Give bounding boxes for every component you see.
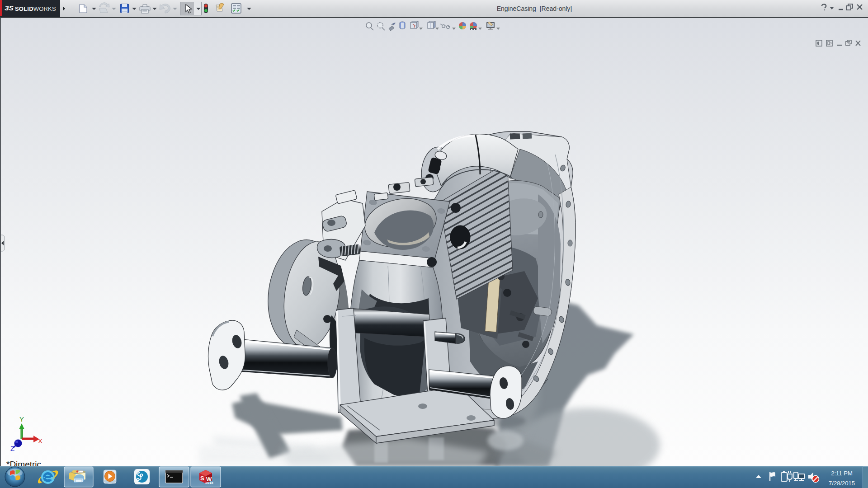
- svg-text:X: X: [38, 437, 42, 445]
- svg-text:7/28/2015: 7/28/2015: [829, 480, 855, 487]
- svg-text:Y: Y: [19, 415, 24, 423]
- svg-text:2015: 2015: [205, 481, 213, 485]
- svg-text:S: S: [200, 475, 204, 482]
- svg-text:2:11 PM: 2:11 PM: [831, 470, 852, 477]
- svg-text:Z: Z: [10, 445, 14, 452]
